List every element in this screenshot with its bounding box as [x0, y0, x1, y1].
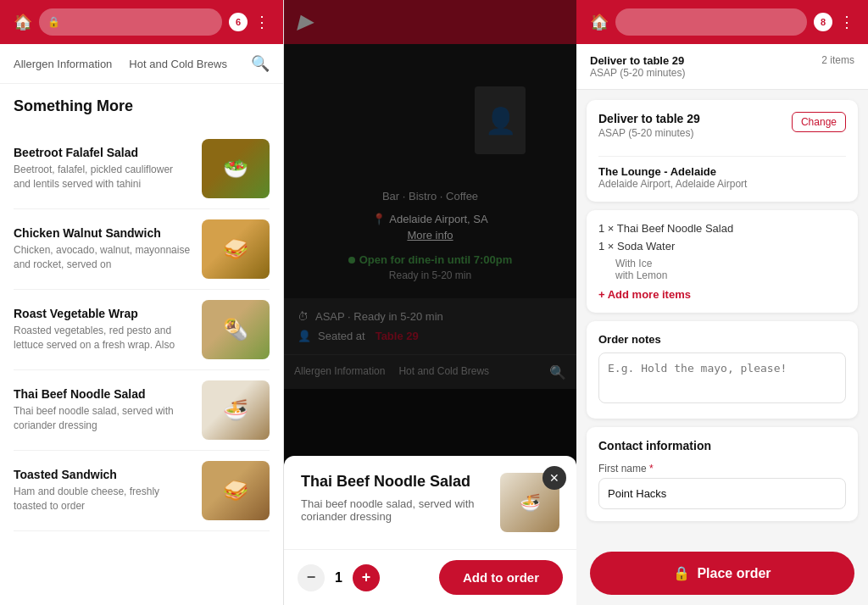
modal-content: Thai Beef Noodle Salad Thai beef noodle … — [301, 473, 559, 532]
right-cart-badge[interactable]: 8 — [814, 13, 832, 31]
menu-icon[interactable]: ⋮ — [254, 13, 270, 31]
lock-icon-btn: 🔒 — [673, 565, 690, 581]
right-content: Deliver to table 29 ASAP (5-20 minutes) … — [576, 90, 868, 541]
top-bar-deliver: Deliver to table 29 ASAP (5-20 minutes) — [590, 54, 686, 79]
delivery-time: ASAP (5-20 minutes) — [598, 127, 700, 139]
modal-item-title: Thai Beef Noodle Salad — [301, 473, 490, 491]
venue-name: The Lounge - Adelaide — [598, 165, 846, 178]
modal-info: Thai Beef Noodle Salad Thai beef noodle … — [301, 473, 490, 532]
add-to-order-button[interactable]: Add to order — [439, 560, 563, 595]
menu-item-desc: Thai beef noodle salad, served with cori… — [14, 404, 192, 433]
order-notes-input[interactable] — [598, 352, 846, 403]
order-item-1-sub0: With Ice — [615, 258, 846, 269]
right-home-icon[interactable]: 🏠 — [590, 13, 609, 31]
menu-item-info: Roast Vegetable Wrap Roasted vegetables,… — [14, 307, 202, 352]
first-name-label: First name * — [598, 463, 846, 475]
menu-item-name: Thai Beef Noodle Salad — [14, 387, 192, 401]
place-order-button[interactable]: 🔒 Place order — [590, 552, 854, 595]
items-count: 2 items — [821, 54, 854, 66]
search-icon[interactable]: 🔍 — [251, 54, 270, 73]
first-name-input[interactable] — [598, 478, 846, 509]
divider — [598, 156, 846, 157]
right-header: 🏠 8 ⋮ — [576, 0, 868, 44]
menu-item-info: Beetroot Falafel Salad Beetroot, falafel… — [14, 146, 202, 191]
menu-item-info: Chicken Walnut Sandwich Chicken, avocado… — [14, 226, 202, 272]
menu-item-name: Toasted Sandwich — [14, 468, 192, 481]
menu-item-image: 🥪 — [202, 219, 270, 279]
menu-item-desc: Beetroot, falafel, pickled cauliflower a… — [14, 163, 192, 191]
delivery-top-row: Deliver to table 29 ASAP (5-20 minutes) … — [598, 112, 846, 147]
order-notes-card: Order notes — [587, 321, 858, 419]
left-content: Something More Beetroot Falafel Salad Be… — [0, 84, 283, 605]
left-nav: Allergen Information Hot and Cold Brews … — [0, 44, 283, 84]
order-item-0: 1 × Thai Beef Noodle Salad — [598, 222, 846, 235]
qty-decrease-button[interactable]: − — [298, 564, 325, 591]
middle-panel: ▶ 👤 Bar · Bistro · Coffee 📍 Adelaide Air… — [284, 0, 576, 605]
menu-items-list: Beetroot Falafel Salad Beetroot, falafel… — [14, 129, 270, 531]
item-modal-card: ✕ Thai Beef Noodle Salad Thai beef noodl… — [284, 456, 576, 549]
qty-controls: − 1 + — [298, 564, 380, 591]
left-search-bar[interactable]: 🔒 — [39, 8, 222, 36]
contact-label: Contact information — [598, 439, 846, 452]
menu-item-desc: Chicken, avocado, walnut, mayonnaise and… — [14, 243, 192, 272]
lock-icon: 🔒 — [47, 16, 60, 28]
menu-item-name: Beetroot Falafel Salad — [14, 146, 192, 159]
menu-item-desc: Ham and double cheese, freshly toasted t… — [14, 485, 192, 513]
delivery-card: Deliver to table 29 ASAP (5-20 minutes) … — [587, 100, 858, 202]
menu-item-image: 🥗 — [202, 139, 270, 198]
order-items-card: 1 × Thai Beef Noodle Salad 1 × Soda Wate… — [587, 210, 858, 313]
menu-item-name: Roast Vegetable Wrap — [14, 307, 192, 320]
modal-item-desc: Thai beef noodle salad, served with cori… — [301, 497, 490, 523]
menu-item[interactable]: Toasted Sandwich Ham and double cheese, … — [14, 451, 270, 531]
menu-item[interactable]: Chicken Walnut Sandwich Chicken, avocado… — [14, 209, 270, 290]
qty-value: 1 — [335, 570, 342, 586]
menu-item-image: 🥪 — [202, 461, 270, 520]
nav-hot-cold[interactable]: Hot and Cold Brews — [129, 58, 227, 70]
menu-item-image: 🍜 — [202, 380, 270, 440]
menu-item-desc: Roasted vegetables, red pesto and lettuc… — [14, 324, 192, 352]
home-icon[interactable]: 🏠 — [14, 13, 32, 31]
order-item-1-sub1: with Lemon — [615, 269, 846, 281]
right-search-bar[interactable] — [615, 8, 807, 36]
menu-item[interactable]: Roast Vegetable Wrap Roasted vegetables,… — [14, 290, 270, 370]
right-panel: 🏠 8 ⋮ Deliver to table 29 ASAP (5-20 min… — [576, 0, 868, 605]
menu-item[interactable]: Thai Beef Noodle Salad Thai beef noodle … — [14, 370, 270, 451]
food-image-placeholder: 🥗 — [202, 139, 270, 198]
food-image-placeholder: 🥪 — [202, 461, 270, 520]
food-image-placeholder: 🍜 — [202, 380, 270, 440]
right-top-bar: Deliver to table 29 ASAP (5-20 minutes) … — [576, 44, 868, 90]
top-deliver-time: ASAP (5-20 minutes) — [590, 67, 686, 79]
contact-info-card: Contact information First name * — [587, 427, 858, 521]
section-title: Something More — [14, 97, 270, 115]
delivery-info: Deliver to table 29 ASAP (5-20 minutes) — [598, 112, 700, 147]
modal-footer: − 1 + Add to order — [284, 549, 576, 605]
menu-item-info: Thai Beef Noodle Salad Thai beef noodle … — [14, 387, 202, 433]
menu-item-name: Chicken Walnut Sandwich — [14, 226, 192, 240]
cart-badge[interactable]: 6 — [229, 13, 248, 31]
order-notes-label: Order notes — [598, 333, 846, 346]
food-image-placeholder: 🌯 — [202, 300, 270, 359]
change-button[interactable]: Change — [792, 112, 846, 132]
top-deliver-label: Deliver to table 29 — [590, 54, 686, 67]
qty-increase-button[interactable]: + — [353, 564, 380, 591]
left-header: 🏠 🔒 6 ⋮ — [0, 0, 283, 44]
nav-allergen[interactable]: Allergen Information — [14, 58, 112, 70]
right-menu-icon[interactable]: ⋮ — [839, 13, 854, 31]
menu-item-info: Toasted Sandwich Ham and double cheese, … — [14, 468, 202, 513]
add-more-items-link[interactable]: + Add more items — [598, 288, 846, 301]
required-star: * — [649, 463, 654, 475]
modal-close-button[interactable]: ✕ — [542, 466, 566, 490]
menu-item[interactable]: Beetroot Falafel Salad Beetroot, falafel… — [14, 129, 270, 209]
food-image-placeholder: 🥪 — [202, 219, 270, 279]
venue-address: Adelaide Airport, Adelaide Airport — [598, 178, 846, 190]
order-item-1: 1 × Soda Water — [598, 240, 846, 253]
menu-item-image: 🌯 — [202, 300, 270, 359]
right-footer: 🔒 Place order — [576, 541, 868, 605]
delivery-title: Deliver to table 29 — [598, 112, 700, 125]
left-panel: 🏠 🔒 6 ⋮ Allergen Information Hot and Col… — [0, 0, 284, 605]
item-modal-overlay: ✕ Thai Beef Noodle Salad Thai beef noodl… — [284, 0, 576, 605]
